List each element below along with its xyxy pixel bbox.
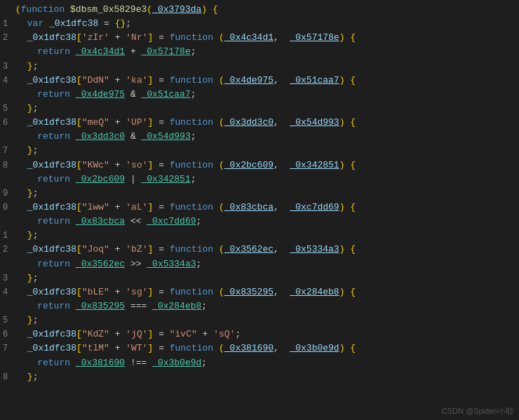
code-line-r8: return _0x381690 !== _0x3b0e9d; [0,356,519,370]
code-line-5: 8 _0x1dfc38["KWc" + 'so'] = function (_0… [0,158,519,172]
code-line-r3: return _0x3dd3c0 & _0x54d993; [0,130,519,144]
line-number: 4 [0,286,13,299]
watermark: CSDN @Spider/小耶 [442,405,513,417]
line-number: 4 [0,74,13,88]
code-line-c7: 5 }; [0,313,519,327]
code-line-c1: 3 }; [0,60,519,74]
code-line-9: 6 _0x1dfc38["KdZ" + 'jQ'] = "ivC" + 'sQ'… [0,327,519,341]
line-number: 5 [0,102,13,116]
line-content: var _0x1dfc38 = {}; [13,17,519,31]
code-line-4: 6 _0x1dfc38["meQ" + 'UP'] = function (_0… [0,116,519,130]
line-content: }; [13,144,519,158]
code-line-r7: return _0x835295 === _0x284eb8; [0,299,519,313]
line-content: _0x1dfc38["DdN" + 'ka'] = function (_0x4… [13,74,519,88]
code-line-c2: 5 }; [0,102,519,116]
line-number: 9 [0,187,13,201]
line-number: 6 [0,116,13,130]
line-content: return _0x381690 !== _0x3b0e9d; [13,356,519,370]
line-content: }; [13,102,519,116]
code-line-1: 1 var _0x1dfc38 = {}; [0,17,519,31]
line-number: 1 [0,229,13,243]
code-line-r4: return _0x2bc609 | _0x342851; [0,172,519,187]
line-content: _0x1dfc38['zIr' + 'Nr'] = function (_0x4… [13,31,519,45]
code-line-r6: return _0x3562ec >> _0x5334a3; [0,257,519,271]
line-content: _0x1dfc38["KdZ" + 'jQ'] = "ivC" + 'sQ'; [13,327,519,341]
line-content: return _0x3dd3c0 & _0x54d993; [13,130,519,144]
line-content: }; [13,313,519,327]
line-number: 8 [0,159,13,172]
line-content: return _0x4de975 & _0x51caa7; [13,88,519,102]
line-content: }; [13,187,519,201]
code-line-0: (function $dbsm_0x5829e3(_0x3793da) { [0,3,519,17]
line-number: 2 [0,243,13,257]
line-number: 7 [0,144,13,158]
code-line-3: 4 _0x1dfc38["DdN" + 'ka'] = function (_0… [0,74,519,88]
line-number: 6 [0,328,13,341]
line-content: _0x1dfc38["KWc" + 'so'] = function (_0x2… [13,158,519,172]
line-number: 5 [0,314,13,327]
line-number: 1 [0,18,13,31]
code-line-6: 0 _0x1dfc38["lww" + 'aL'] = function (_0… [0,201,519,215]
line-content: return _0x2bc609 | _0x342851; [13,172,519,187]
line-content: return _0x835295 === _0x284eb8; [13,299,519,313]
line-content: (function $dbsm_0x5829e3(_0x3793da) { [13,3,519,17]
line-content: }; [13,60,519,74]
line-content: _0x1dfc38["meQ" + 'UP'] = function (_0x3… [13,116,519,130]
line-content: }; [13,271,519,285]
line-content: return _0x83cbca << _0xc7dd69; [13,215,519,229]
code-line-c5: 1 }; [0,229,519,243]
line-number: 7 [0,342,13,355]
code-line-r2: return _0x4de975 & _0x51caa7; [0,88,519,102]
code-line-c6: 3 }; [0,271,519,285]
line-content: _0x1dfc38["tlM" + 'WT'] = function (_0x3… [13,341,519,355]
line-number: 3 [0,60,13,74]
line-content: }; [13,229,519,243]
line-number: 2 [0,32,13,45]
code-line-r1: return _0x4c34d1 + _0x57178e; [0,45,519,59]
line-content: return _0x3562ec >> _0x5334a3; [13,257,519,271]
code-line-c4: 9 }; [0,187,519,201]
code-line-c8: 8 }; [0,370,519,384]
line-number: 0 [0,201,13,215]
code-line-2: 2 _0x1dfc38['zIr' + 'Nr'] = function (_0… [0,31,519,45]
line-content: _0x1dfc38["bLE" + 'sg'] = function (_0x8… [13,285,519,299]
line-content: _0x1dfc38["Joq" + 'bZ'] = function (_0x3… [13,243,519,257]
line-number: 8 [0,371,13,384]
line-content: _0x1dfc38["lww" + 'aL'] = function (_0x8… [13,201,519,215]
code-container: (function $dbsm_0x5829e3(_0x3793da) { 1 … [0,0,519,420]
code-line-7: 2 _0x1dfc38["Joq" + 'bZ'] = function (_0… [0,243,519,257]
code-line-10: 7 _0x1dfc38["tlM" + 'WT'] = function (_0… [0,341,519,355]
line-content: return _0x4c34d1 + _0x57178e; [13,45,519,59]
line-content: }; [13,370,519,384]
code-line-8: 4 _0x1dfc38["bLE" + 'sg'] = function (_0… [0,285,519,299]
line-number: 3 [0,272,13,285]
code-line-c3: 7 }; [0,144,519,158]
code-line-r5: return _0x83cbca << _0xc7dd69; [0,215,519,229]
